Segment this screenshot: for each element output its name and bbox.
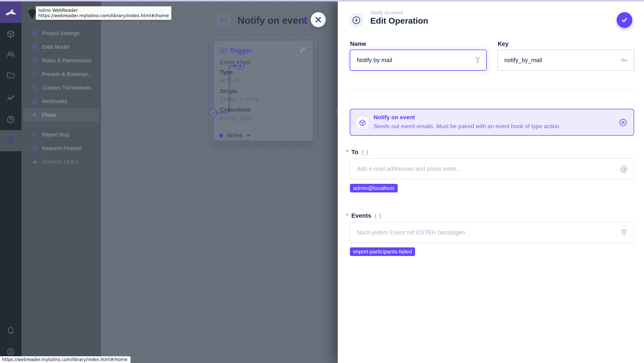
module-bar — [0, 0, 22, 363]
box-icon — [356, 117, 368, 129]
flow-status-label: Active — [227, 132, 243, 139]
nav-item-label: Project Settings — [42, 30, 80, 36]
close-icon — [314, 16, 322, 24]
account-circle-icon — [7, 348, 15, 356]
nav-item-label: Roles & Permissions — [42, 58, 92, 64]
key-icon — [620, 57, 628, 64]
tooltip-url: https://webreader.mytolino.com/library/i… — [38, 13, 169, 19]
drawer-breadcrumb: Notify on event — [371, 10, 403, 16]
edit-operation-drawer: Notify on event Edit Operation Name Key … — [338, 2, 644, 363]
to-field-label-row: To { } — [346, 149, 369, 156]
nav-item-report-bug[interactable]: Report Bug — [23, 128, 99, 141]
anchor-icon — [32, 98, 38, 104]
tooltip-title: tolino WebReader — [38, 8, 169, 13]
close-drawer-button[interactable] — [311, 12, 326, 27]
nav-item-roles-permissions[interactable]: Roles & Permissions — [23, 54, 99, 67]
page-title: Notify on event — [238, 15, 307, 26]
badge-check-icon — [32, 145, 38, 151]
settings-nav: Project Settings Data Model Roles & Perm… — [22, 0, 101, 363]
trigger-type-name: Event Hook — [220, 59, 250, 66]
active-status-dot — [220, 134, 223, 137]
gear-icon — [6, 136, 15, 145]
nav-item-label: Report Bug — [42, 132, 69, 138]
flow-status-toggle[interactable]: Active — [220, 132, 251, 139]
nav-item-presets-bookmarks[interactable]: Presets & Bookmar... — [23, 67, 99, 81]
module-users[interactable] — [0, 50, 22, 58]
key-input[interactable] — [498, 50, 620, 70]
nav-item-webhooks[interactable]: Webhooks — [23, 95, 99, 108]
notifications-button[interactable] — [0, 326, 22, 335]
key-field-label: Key — [498, 41, 508, 47]
nav-item-request-feature[interactable]: Request Feature — [23, 141, 99, 155]
cancel-icon[interactable] — [619, 118, 627, 127]
nav-item-label: Request Feature — [42, 145, 82, 151]
to-input-box: @ — [350, 158, 634, 179]
module-content[interactable] — [0, 30, 22, 38]
rabbit-logo-icon — [5, 8, 17, 16]
users-icon — [6, 50, 15, 58]
nav-divider — [26, 125, 97, 126]
trigger-type-label: Type — [220, 69, 233, 76]
trigger-type-value: action — [220, 77, 239, 83]
to-input[interactable] — [350, 159, 620, 179]
module-bar-divider — [4, 340, 17, 341]
shield-icon — [32, 58, 38, 64]
title-icon: T — [475, 56, 480, 64]
name-input-box: T — [350, 50, 487, 71]
module-files[interactable] — [0, 72, 22, 79]
operation-type-badge — [349, 13, 364, 28]
top-strip — [0, 0, 644, 2]
nav-item-data-model[interactable]: Data Model — [23, 40, 99, 54]
cube-icon — [7, 30, 15, 38]
insights-icon — [6, 94, 15, 102]
directus-logo[interactable] — [0, 2, 22, 23]
chevron-down-icon — [246, 134, 251, 137]
back-button[interactable] — [216, 13, 231, 28]
bolt-circle-icon — [352, 16, 360, 24]
tag-icon — [620, 229, 628, 236]
nav-item-label: Flows — [42, 112, 56, 118]
key-input-box — [497, 50, 634, 71]
bug-icon — [32, 132, 38, 138]
save-button[interactable] — [617, 12, 632, 28]
globe-icon — [32, 30, 38, 36]
nav-item-label: Presets & Bookmar... — [42, 71, 92, 77]
events-chip[interactable]: import-participants-failed — [350, 247, 415, 256]
to-chip[interactable]: admin@localhost — [350, 184, 398, 192]
nav-item-project-settings[interactable]: Project Settings — [23, 27, 99, 40]
trigger-scope-label: Scope — [220, 88, 237, 95]
help-icon — [7, 116, 15, 124]
nav-item-flows[interactable]: Flows — [23, 108, 99, 122]
account-button[interactable] — [0, 348, 22, 356]
bookmark-icon — [32, 71, 38, 77]
events-field-label-row: Events { } — [346, 212, 382, 219]
raw-value-icon[interactable]: { } — [374, 213, 382, 219]
arrow-left-icon — [219, 16, 227, 24]
nav-item-version: Directus 10.6.1 — [23, 155, 99, 169]
trigger-card[interactable]: Trigger Event Hook Type action Scope ite… — [212, 40, 314, 141]
module-help[interactable] — [0, 116, 22, 124]
events-field-label: Events — [351, 212, 371, 219]
required-dot — [346, 150, 348, 152]
raw-value-icon[interactable]: { } — [362, 149, 369, 155]
drawer-divider — [350, 90, 634, 90]
name-field-label: Name — [350, 41, 366, 47]
drawer-title: Edit Operation — [370, 16, 428, 26]
nav-item-label: Webhooks — [42, 98, 67, 104]
required-dot — [346, 214, 348, 215]
module-insights[interactable] — [0, 94, 22, 102]
events-input[interactable] — [350, 222, 620, 242]
edit-trigger-icon[interactable] — [299, 47, 306, 54]
module-settings[interactable] — [0, 136, 22, 145]
events-input-box — [350, 222, 634, 243]
list-icon — [32, 44, 38, 50]
bolt-circle-icon — [220, 47, 227, 55]
name-input[interactable] — [350, 50, 475, 70]
version-label: Directus 10.6.1 — [42, 159, 78, 165]
rabbit-icon — [32, 159, 38, 164]
bolt-icon — [32, 112, 38, 118]
status-bar-url: https://webreader.mytolino.com/library/i… — [0, 356, 130, 363]
operation-info-banner: Notify on event Sends out event emails. … — [350, 109, 634, 136]
bell-icon — [7, 326, 15, 335]
nav-item-custom-translations[interactable]: Custom Translations — [23, 81, 99, 95]
